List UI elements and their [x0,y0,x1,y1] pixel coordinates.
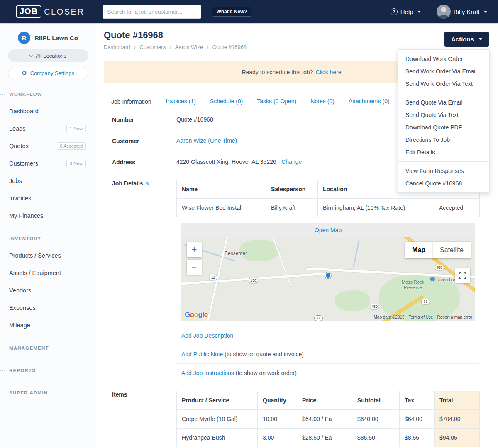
sidebar-item-customers[interactable]: Customers 3 New [0,155,96,172]
google-logo[interactable]: Google [185,311,208,319]
topbar-right: ? Help Billy Kraft [391,5,487,19]
map-fullscreen-button[interactable] [455,268,470,283]
items-col-subtotal: Subtotal [352,391,400,410]
open-map-link[interactable]: Open Map [181,223,475,237]
number-label: Number [112,116,176,123]
route-shield: 459 [435,265,444,270]
items-table-row: Hydrangea Bush 3.00 $28.50 / Ea $85.50 $… [177,429,480,447]
sidebar-item-assets-equipment[interactable]: Assets / Equipment [0,264,96,282]
global-search-input[interactable] [103,5,201,19]
add-job-instructions-link[interactable]: Add Job Instructions [181,370,234,376]
sidebar-item-quotes[interactable]: Quotes 8 Accepted [0,137,96,155]
whats-new-button[interactable]: What's New? [212,7,251,17]
item-price-cell: $64.00 / Ea [297,410,352,429]
map-road [272,237,291,287]
actions-button-label: Actions [451,36,474,43]
menu-item-send-work-order-email[interactable]: Send Work Order Via Email [398,65,489,78]
sidebar-item-expenses[interactable]: Expenses [0,299,96,317]
customers-badge: 3 New [66,160,86,167]
add-links-list: Add Job Description Add Public Note (to … [176,326,479,382]
sidebar-item-dashboard[interactable]: Dashboard [0,102,96,120]
sidebar-item-label: My Finances [9,212,43,219]
nav-heading-super-admin[interactable]: SUPER ADMIN [0,385,96,401]
field-job-details: Job Details✎ Name Salesperson Location W… [96,173,498,382]
customer-label: Customer [112,137,176,144]
user-menu[interactable]: Billy Kraft [437,5,487,19]
menu-item-download-work-order[interactable]: Download Work Order [398,53,489,65]
tab-invoices[interactable]: Invoices (1) [159,95,203,109]
tab-tasks[interactable]: Tasks (0 Open) [250,95,303,109]
breadcrumb-dashboard[interactable]: Dashboard [104,44,130,50]
satellite-view-button[interactable]: Satellite [432,242,471,258]
menu-item-view-form-responses[interactable]: View Form Responses [398,165,489,177]
sidebar-item-jobs[interactable]: Jobs [0,172,96,190]
menu-item-download-quote-pdf[interactable]: Download Quote PDF [398,121,489,134]
map-zoom-out-button[interactable]: − [187,260,202,275]
map-block: Open Map [181,223,475,321]
sidebar-item-vendors[interactable]: Vendors [0,282,96,299]
menu-item-cancel-quote[interactable]: Cancel Quote #16968 [398,177,489,190]
sidebar-item-label: Invoices [9,195,31,202]
sidebar-item-my-finances[interactable]: My Finances [0,207,96,224]
breadcrumb-separator [134,44,136,50]
menu-item-send-quote-email[interactable]: Send Quote Via Email [398,96,489,109]
tab-attachments[interactable]: Attachments (0) [342,95,397,109]
item-subtotal-cell: $640.00 [352,410,400,429]
edit-pencil-icon[interactable]: ✎ [146,180,150,187]
tab-schedule[interactable]: Schedule (0) [203,95,250,109]
sidebar-item-leads[interactable]: Leads 1 New [0,120,96,137]
menu-item-send-work-order-text[interactable]: Send Work Order Via Text [398,78,489,90]
menu-item-edit-details[interactable]: Edit Details [398,146,489,158]
breadcrumb-customer[interactable]: Aaron Wize [175,44,203,50]
help-label: Help [400,8,413,15]
address-label: Address [112,158,176,166]
nav-heading-management[interactable]: MANAGEMENT [0,340,96,356]
item-product-link[interactable]: Crepe Myrtle (10 Gal) [177,410,258,429]
nav-heading-reports[interactable]: REPORTS [0,362,96,379]
nav-section-super-admin: SUPER ADMIN [0,385,96,401]
tab-job-information[interactable]: Job Information [104,95,159,109]
sidebar-item-label: Vendors [9,287,31,294]
sidebar-item-label: Products / Services [9,252,61,259]
location-selector[interactable]: All Locations [8,49,88,62]
item-tax-cell: $8.55 [400,429,435,447]
map-type-control: Map Satellite [405,242,471,258]
map-location-marker[interactable] [325,272,331,278]
map-poi-icon[interactable] [430,276,435,282]
item-total-cell: $704.00 [435,410,480,429]
map-zoom-in-button[interactable]: + [187,242,202,257]
map-view-button[interactable]: Map [405,242,432,258]
breadcrumb-current: Quote #16968 [212,44,247,50]
banner-click-here-link[interactable]: Click here [315,69,341,75]
item-product-link[interactable]: Hydrangea Bush [177,429,258,447]
company-settings-button[interactable]: ⚙ Company Settings [8,67,88,79]
chevron-down-icon [484,11,487,13]
sidebar-item-label: Jobs [9,178,22,184]
nav-section-workflow: WORKFLOW Dashboard Leads 1 New Quotes 8 … [0,86,96,224]
breadcrumb-customers[interactable]: Customers [139,44,166,50]
banner-text: Ready to schedule this job? [242,69,313,75]
route-shield: 459 [370,304,379,309]
add-public-note-link[interactable]: Add Public Note [181,351,223,358]
item-quantity-cell: 3.00 [258,429,297,447]
help-menu[interactable]: ? Help [391,8,421,15]
terms-of-use-link[interactable]: Terms of Use [409,315,433,319]
customer-link[interactable]: Aaron Wize [176,137,206,144]
add-job-description-link[interactable]: Add Job Description [181,332,233,339]
actions-button[interactable]: Actions [444,32,489,47]
address-change-link[interactable]: Change [281,158,302,165]
route-shield: 6 [314,315,323,321]
map-label-town: Bessemer [225,251,247,256]
sidebar-item-mileage[interactable]: Mileage [0,317,96,334]
map-canvas[interactable]: Bessemer 11 150 459 31 459 6 Moss Rock P… [181,237,475,321]
company-settings-label: Company Settings [30,70,74,76]
menu-item-directions-to-job[interactable]: Directions To Job [398,134,489,146]
report-map-error-link[interactable]: Report a map error [437,315,472,319]
menu-item-send-quote-text[interactable]: Send Quote Via Text [398,109,489,121]
tab-notes[interactable]: Notes (0) [303,95,342,109]
sidebar-item-invoices[interactable]: Invoices [0,190,96,207]
sidebar-item-label: Quotes [9,143,29,149]
sidebar-item-label: Assets / Equipment [9,270,61,276]
job-status-cell[interactable]: Accepted [434,199,480,217]
sidebar-item-products-services[interactable]: Products / Services [0,247,96,264]
